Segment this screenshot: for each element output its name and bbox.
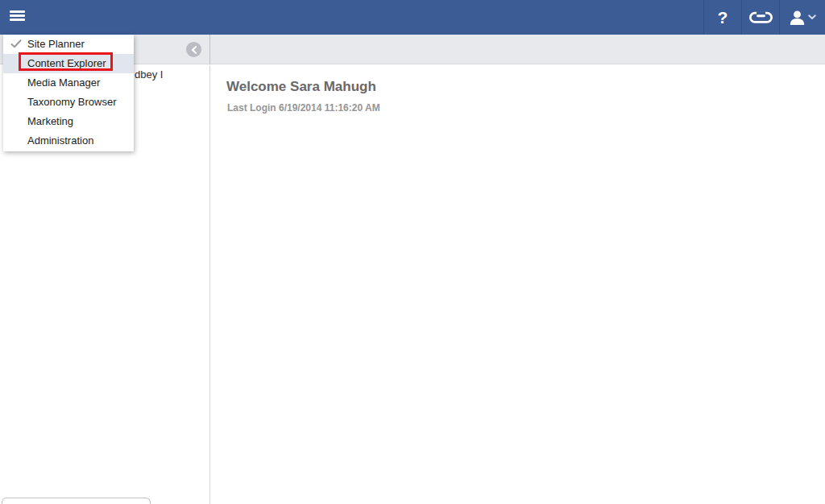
- menu-item-administration[interactable]: Administration: [3, 131, 134, 151]
- user-account-menu-button[interactable]: [779, 0, 825, 35]
- sidebar-tree-item-partial[interactable]: dbey I: [135, 68, 163, 81]
- menu-item-marketing[interactable]: Marketing: [3, 112, 134, 131]
- menu-item-label: Media Manager: [27, 76, 100, 89]
- app-window: dbey I Welcome Sara Mahugh Last Login 6/…: [0, 0, 825, 504]
- menu-item-media-manager[interactable]: Media Manager: [3, 73, 134, 93]
- menu-item-label: Administration: [27, 134, 93, 147]
- help-question-icon: ?: [718, 8, 728, 27]
- menu-item-label: Site Planner: [27, 38, 85, 50]
- checkmark-icon: [10, 39, 22, 48]
- menu-item-label: Content Explorer: [27, 57, 106, 69]
- sidebar-main-divider: [209, 65, 210, 504]
- chevron-left-icon: [191, 46, 197, 54]
- hamburger-icon: [10, 10, 25, 13]
- menu-item-label: Marketing: [27, 115, 73, 127]
- menu-item-content-explorer[interactable]: Content Explorer: [3, 54, 134, 73]
- hamburger-icon: [10, 14, 25, 17]
- chevron-down-icon: [808, 14, 816, 20]
- hamburger-menu-button[interactable]: [0, 0, 35, 35]
- menu-item-label: Taxonomy Browser: [27, 96, 117, 108]
- collapse-sidebar-button[interactable]: [186, 42, 201, 57]
- topbar-action-group: ?: [703, 0, 825, 35]
- toolbar-divider: [209, 35, 210, 64]
- hamburger-icon: [10, 19, 25, 21]
- last-login-text: Last Login 6/19/2014 11:16:20 AM: [227, 102, 380, 114]
- app-switcher-dropdown: Site Planner Content Explorer Media Mana…: [3, 35, 134, 151]
- inbox-tray-icon: [749, 11, 773, 23]
- welcome-heading: Welcome Sara Mahugh: [226, 79, 376, 95]
- user-icon: [790, 10, 805, 25]
- inbox-tray-button[interactable]: [741, 0, 779, 35]
- help-button[interactable]: ?: [703, 0, 741, 35]
- collapsed-bottom-panel-handle[interactable]: [2, 498, 151, 504]
- top-navigation-bar: ?: [0, 0, 825, 35]
- menu-item-taxonomy-browser[interactable]: Taxonomy Browser: [3, 93, 134, 112]
- menu-item-site-planner[interactable]: Site Planner: [3, 35, 134, 54]
